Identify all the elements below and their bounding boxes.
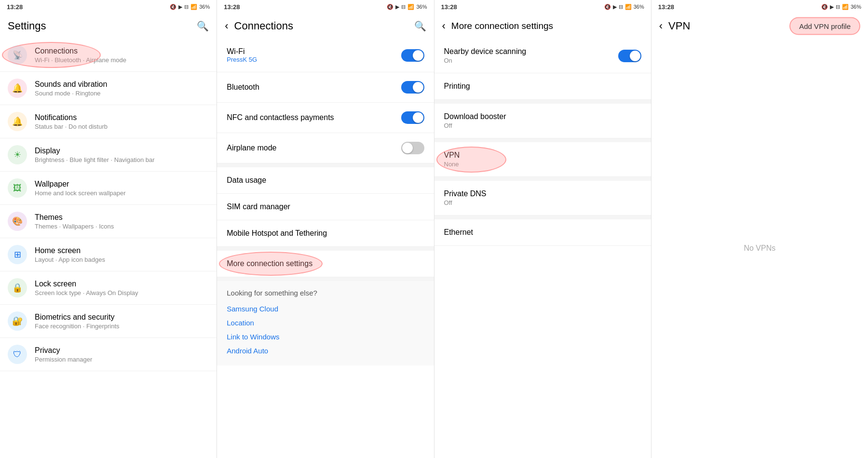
moreconn-label: More connection settings [227, 259, 424, 268]
location-link[interactable]: Location [227, 316, 424, 330]
search-icon-1[interactable]: 🔍 [197, 20, 209, 32]
lockscreen-text: Lock screen Screen lock type · Always On… [35, 280, 209, 296]
privatedns-text: Private DNS Off [444, 189, 641, 206]
time-4: 13:28 [658, 3, 674, 11]
add-vpn-button[interactable]: Add VPN profile [789, 17, 860, 35]
printing-item[interactable]: Printing [434, 73, 651, 100]
add-vpn-wrapper: Add VPN profile [789, 17, 860, 35]
settings-item-notifications[interactable]: 🔔 Notifications Status bar · Do not dist… [0, 105, 217, 138]
back-button-3[interactable]: ‹ [442, 20, 446, 32]
connections-top-bar: ‹ Connections 🔍 [217, 13, 434, 39]
settings-item-biometrics[interactable]: 🔐 Biometrics and security Face recogniti… [0, 305, 217, 338]
biometrics-icon: 🔐 [8, 311, 27, 331]
connections-icon: 📡 [8, 45, 27, 65]
settings-item-connections[interactable]: 📡 Connections Wi-Fi · Bluetooth · Airpla… [0, 39, 217, 72]
back-button-2[interactable]: ‹ [225, 20, 228, 32]
datausage-item[interactable]: Data usage [217, 167, 434, 194]
privatedns-item[interactable]: Private DNS Off [434, 181, 651, 216]
wifi-item[interactable]: Wi-Fi PressK 5G [217, 39, 434, 72]
settings-item-themes[interactable]: 🎨 Themes Themes · Wallpapers · Icons [0, 205, 217, 238]
nearbydevice-text: Nearby device scanning On [444, 47, 618, 64]
section-divider-mcs2 [434, 138, 651, 142]
privacy-subtitle: Permission manager [35, 356, 209, 363]
display-subtitle: Brightness · Blue light filter · Navigat… [35, 156, 209, 163]
nearbydevice-title: Nearby device scanning [444, 47, 618, 56]
display-text: Display Brightness · Blue light filter ·… [35, 147, 209, 163]
status-icons-3: 🔇 ▶ ⊟ 📶 36% [604, 4, 644, 10]
settings-item-sounds[interactable]: 🔔 Sounds and vibration Sound mode · Ring… [0, 72, 217, 105]
samsungcloud-link[interactable]: Samsung Cloud [227, 302, 424, 316]
notifications-subtitle: Status bar · Do not disturb [35, 123, 209, 130]
downloadbooster-title: Download booster [444, 112, 641, 121]
airplane-toggle[interactable] [401, 142, 424, 154]
wifi-toggle[interactable] [401, 49, 424, 62]
settings-title: Settings [8, 20, 197, 32]
ethernet-item[interactable]: Ethernet [434, 219, 651, 246]
section-divider-mcs4 [434, 216, 651, 219]
airplane-item[interactable]: Airplane mode [217, 133, 434, 163]
vpn-item-title: VPN [444, 151, 641, 160]
status-bar-4: 13:28 🔇 ▶ ⊟ 📶 36% [651, 0, 868, 13]
downloadbooster-text: Download booster Off [444, 112, 641, 129]
display-icon: ☀ [8, 145, 27, 164]
nearbydevice-toggle[interactable] [618, 50, 641, 62]
status-icons-2: 🔇 ▶ ⊟ 📶 36% [387, 4, 427, 10]
bluetooth-label: Bluetooth [227, 83, 401, 92]
time-2: 13:28 [224, 3, 240, 11]
moreconn-item[interactable]: More connection settings [217, 251, 434, 277]
privacy-title: Privacy [35, 346, 209, 355]
nfc-item[interactable]: NFC and contactless payments [217, 103, 434, 133]
privacy-text: Privacy Permission manager [35, 346, 209, 363]
hotspot-item[interactable]: Mobile Hotspot and Tethering [217, 220, 434, 247]
settings-item-homescreen[interactable]: ⊞ Home screen Layout · App icon badges [0, 238, 217, 271]
sounds-subtitle: Sound mode · Ringtone [35, 90, 209, 97]
section-divider-3 [217, 277, 434, 281]
vpn-item-text: VPN None [444, 151, 641, 168]
settings-item-display[interactable]: ☀ Display Brightness · Blue light filter… [0, 138, 217, 172]
wallpaper-text: Wallpaper Home and lock screen wallpaper [35, 180, 209, 197]
printing-text: Printing [444, 82, 641, 91]
moreconn-top-bar: ‹ More connection settings [434, 13, 651, 39]
themes-icon: 🎨 [8, 212, 27, 231]
nearbydevice-subtitle: On [444, 57, 618, 64]
back-button-4[interactable]: ‹ [659, 20, 663, 32]
bluetooth-item[interactable]: Bluetooth [217, 72, 434, 103]
notifications-text: Notifications Status bar · Do not distur… [35, 113, 209, 130]
wifi-sublabel: PressK 5G [227, 56, 401, 63]
vpn-item[interactable]: VPN None [434, 142, 651, 177]
status-icons-4: 🔇 ▶ ⊟ 📶 36% [821, 4, 861, 10]
settings-top-bar: Settings 🔍 [0, 13, 217, 39]
connections-list: Wi-Fi PressK 5G Bluetooth NFC and contac… [217, 39, 434, 458]
nfc-toggle[interactable] [401, 111, 424, 124]
ethernet-title: Ethernet [444, 228, 641, 237]
panel-more-connections: 13:28 🔇 ▶ ⊟ 📶 36% ‹ More connection sett… [434, 0, 651, 458]
homescreen-icon: ⊞ [8, 245, 27, 264]
themes-subtitle: Themes · Wallpapers · Icons [35, 223, 209, 230]
settings-item-privacy[interactable]: 🛡 Privacy Permission manager [0, 338, 217, 371]
section-divider-1 [217, 163, 434, 167]
vpn-empty-label: No VPNs [744, 244, 775, 253]
search-icon-2[interactable]: 🔍 [414, 20, 426, 32]
downloadbooster-item[interactable]: Download booster Off [434, 104, 651, 138]
nearbydevice-item[interactable]: Nearby device scanning On [434, 39, 651, 73]
bluetooth-toggle[interactable] [401, 81, 424, 94]
notifications-icon: 🔔 [8, 112, 27, 131]
printing-title: Printing [444, 82, 641, 91]
themes-text: Themes Themes · Wallpapers · Icons [35, 213, 209, 230]
simcard-item[interactable]: SIM card manager [217, 194, 434, 220]
sounds-title: Sounds and vibration [35, 80, 209, 89]
connections-title: Connections [35, 47, 209, 55]
settings-item-lockscreen[interactable]: 🔒 Lock screen Screen lock type · Always … [0, 271, 217, 305]
sounds-icon: 🔔 [8, 79, 27, 98]
biometrics-text: Biometrics and security Face recognition… [35, 313, 209, 330]
homescreen-text: Home screen Layout · App icon badges [35, 246, 209, 263]
settings-item-wallpaper[interactable]: 🖼 Wallpaper Home and lock screen wallpap… [0, 172, 217, 205]
ethernet-text: Ethernet [444, 228, 641, 237]
wallpaper-title: Wallpaper [35, 180, 209, 189]
connections-page-title: Connections [234, 20, 414, 32]
linktowindows-link[interactable]: Link to Windows [227, 330, 424, 344]
lockscreen-subtitle: Screen lock type · Always On Display [35, 289, 209, 296]
lockscreen-title: Lock screen [35, 280, 209, 288]
androidauto-link[interactable]: Android Auto [227, 344, 424, 358]
biometrics-title: Biometrics and security [35, 313, 209, 322]
